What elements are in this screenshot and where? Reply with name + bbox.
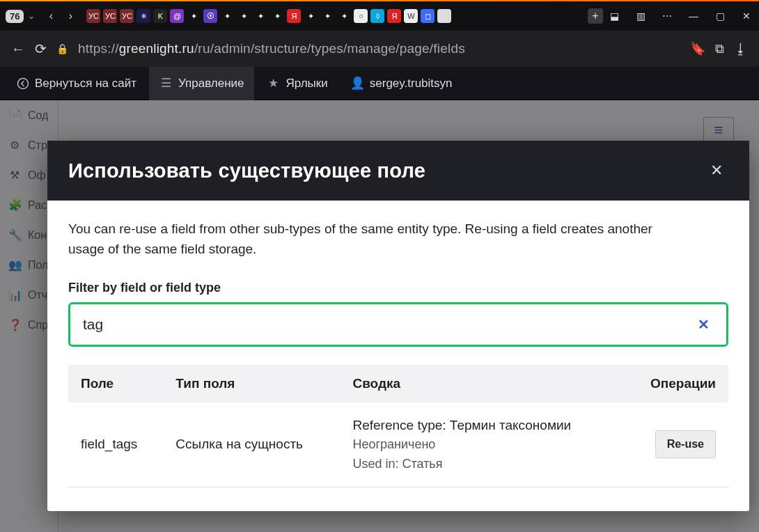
toolbar-shortcuts-label: Ярлыки (286, 77, 328, 91)
tab-favicon[interactable]: ⦿ (203, 9, 217, 23)
minimize-icon[interactable]: — (687, 10, 701, 22)
maximize-icon[interactable]: ▢ (713, 10, 727, 22)
url-scheme: https:// (78, 41, 119, 56)
cell-type: Ссылка на сущность (163, 402, 340, 487)
tab-favicon[interactable]: ✦ (220, 9, 234, 23)
modal-close-button[interactable]: ✕ (705, 159, 728, 182)
bookmark-icon[interactable]: 🔖 (690, 41, 705, 56)
menu-icon[interactable]: ⋯ (660, 10, 674, 22)
collections-icon[interactable]: ▥ (634, 10, 648, 22)
filter-clear-button[interactable]: ✕ (694, 313, 714, 336)
col-summary: Сводка (340, 365, 623, 402)
address-bar: ← ⟳ 🔒 https://greenlight.ru/ru/admin/str… (0, 31, 759, 67)
tab-favicon[interactable] (437, 9, 451, 23)
svg-point-0 (18, 78, 29, 88)
url-text[interactable]: https://greenlight.ru/ru/admin/structure… (78, 41, 465, 56)
modal-description: You can re-use a field from other sub-ty… (68, 219, 667, 260)
tab-favicon[interactable]: Я (287, 9, 301, 23)
tab-favicon[interactable]: ✦ (237, 9, 251, 23)
browser-tab-strip: 76 ⌄ ‹ › УСУСУС✳K@✦⦿✦✦✦✦Я✦✦✦○◊ЯW◻ + ⬓ ▥ … (0, 1, 759, 31)
tab-favicon[interactable]: ✳ (136, 9, 150, 23)
new-tab-button[interactable]: + (588, 8, 603, 24)
filter-label: Filter by field or field type (68, 281, 728, 295)
download-icon[interactable]: ⭳ (734, 41, 748, 57)
user-icon: 👤 (350, 76, 364, 91)
toolbar-user[interactable]: 👤 sergey.trubitsyn (341, 67, 462, 100)
hamburger-icon: ☰ (159, 76, 173, 91)
tab-favicon[interactable]: ✦ (320, 9, 334, 23)
tab-favicon[interactable]: УС (103, 9, 117, 23)
col-field: Поле (68, 365, 163, 402)
url-host: greenlight.ru (119, 41, 194, 56)
chevron-left-circle-icon (17, 77, 29, 90)
cell-summary: Reference type: Термин таксономииНеогран… (340, 402, 623, 487)
tab-favicon[interactable]: Я (387, 9, 401, 23)
tab-favicon[interactable]: ○ (354, 9, 368, 23)
cell-field: field_tags (68, 402, 163, 487)
url-path: /ru/admin/structure/types/manage/page/fi… (194, 41, 465, 56)
tab-favicon[interactable]: ◊ (370, 9, 384, 23)
results-table: Поле Тип поля Сводка Операции field_tags… (68, 365, 728, 487)
lock-icon[interactable]: 🔒 (56, 43, 68, 54)
toolbar-back-to-site[interactable]: Вернуться на сайт (7, 67, 146, 100)
window-close-icon[interactable]: ✕ (740, 10, 753, 22)
tab-favicon[interactable]: ✦ (187, 9, 201, 23)
tab-favicon[interactable]: ✦ (304, 9, 318, 23)
filter-input[interactable] (83, 316, 694, 333)
nav-back-icon[interactable]: ← (11, 41, 25, 57)
tab-prev-icon[interactable]: ‹ (43, 10, 58, 22)
toolbar-manage-label: Управление (178, 77, 244, 91)
tab-favicon[interactable]: W (404, 9, 418, 23)
reuse-button[interactable]: Re-use (655, 430, 716, 458)
toolbar-user-label: sergey.trubitsyn (370, 77, 453, 91)
tab-favicon[interactable]: ◻ (421, 9, 435, 23)
downloads-icon[interactable]: ⬓ (607, 10, 621, 22)
col-type: Тип поля (163, 365, 340, 402)
tab-favicon[interactable]: ✦ (337, 9, 351, 23)
drupal-admin-toolbar: Вернуться на сайт ☰ Управление ★ Ярлыки … (0, 67, 759, 100)
toolbar-shortcuts[interactable]: ★ Ярлыки (257, 67, 338, 100)
star-icon: ★ (267, 76, 281, 91)
sidepanel-icon[interactable]: ⧉ (715, 42, 724, 56)
tab-count-badge[interactable]: 76 (6, 10, 24, 23)
table-row: field_tagsСсылка на сущностьReference ty… (68, 402, 728, 487)
tab-favicon[interactable]: K (153, 9, 167, 23)
tab-favicon[interactable]: @ (170, 9, 184, 23)
toolbar-back-label: Вернуться на сайт (35, 77, 136, 91)
tab-favicon[interactable]: ✦ (270, 9, 284, 23)
tab-favicon[interactable]: УС (86, 9, 100, 23)
tab-next-icon[interactable]: › (63, 10, 78, 22)
reuse-field-modal: Использовать существующее поле ✕ You can… (47, 141, 749, 511)
tab-favicon[interactable]: УС (120, 9, 134, 23)
cell-ops: Re-use (623, 402, 728, 487)
toolbar-manage[interactable]: ☰ Управление (149, 67, 254, 100)
reload-icon[interactable]: ⟳ (35, 40, 47, 57)
modal-title: Использовать существующее поле (68, 159, 425, 182)
tab-favicon[interactable]: ✦ (253, 9, 267, 23)
tab-dropdown-icon[interactable]: ⌄ (28, 11, 35, 21)
col-ops: Операции (623, 365, 728, 402)
filter-field-wrap: ✕ (68, 302, 728, 347)
